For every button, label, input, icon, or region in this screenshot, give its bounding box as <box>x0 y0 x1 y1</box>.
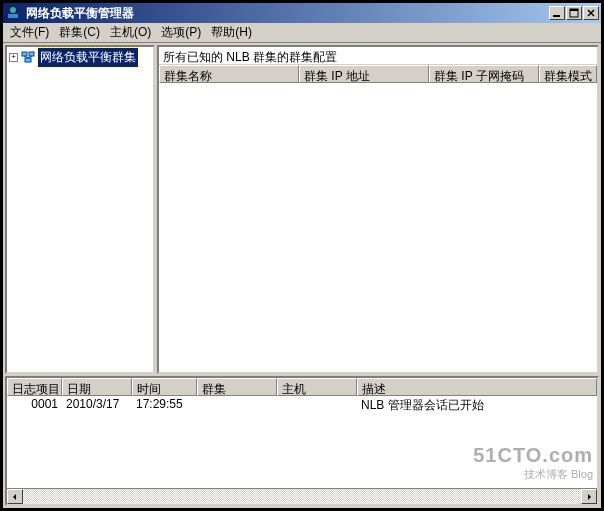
top-panes: + 网络负载平衡群集 所有已知的 NLB 群集的群集配置 群集名称 群集 IP … <box>5 45 599 374</box>
right-pane: 所有已知的 NLB 群集的群集配置 群集名称 群集 IP 地址 群集 IP 子网… <box>157 45 599 374</box>
tree-root-label[interactable]: 网络负载平衡群集 <box>38 48 138 67</box>
log-cell-entry: 0001 <box>7 396 62 415</box>
cluster-list-body[interactable] <box>159 83 597 372</box>
log-pane: 日志项目 日期 时间 群集 主机 描述 0001 2010/3/17 17:29… <box>5 376 599 506</box>
log-cell-date: 2010/3/17 <box>62 396 132 415</box>
cluster-list-header: 群集名称 群集 IP 地址 群集 IP 子网掩码 群集模式 <box>159 65 597 83</box>
col-cluster-mode[interactable]: 群集模式 <box>539 65 597 83</box>
menu-cluster[interactable]: 群集(C) <box>54 22 105 43</box>
svg-rect-4 <box>570 9 578 11</box>
list-caption: 所有已知的 NLB 群集的群集配置 <box>159 47 597 65</box>
menubar: 文件(F) 群集(C) 主机(O) 选项(P) 帮助(H) <box>3 23 601 43</box>
scroll-left-button[interactable] <box>7 489 23 504</box>
log-row[interactable]: 0001 2010/3/17 17:29:55 NLB 管理器会话已开始 <box>7 396 597 415</box>
col-log-cluster[interactable]: 群集 <box>197 378 277 396</box>
maximize-button[interactable] <box>566 6 582 20</box>
log-body[interactable]: 0001 2010/3/17 17:29:55 NLB 管理器会话已开始 <box>7 396 597 488</box>
window-buttons <box>549 6 599 20</box>
log-cell-time: 17:29:55 <box>132 396 197 415</box>
titlebar[interactable]: 网络负载平衡管理器 <box>3 3 601 23</box>
tree-root-node[interactable]: + 网络负载平衡群集 <box>9 49 151 65</box>
col-log-host[interactable]: 主机 <box>277 378 357 396</box>
app-icon <box>5 5 21 21</box>
svg-point-0 <box>10 7 16 13</box>
svg-rect-6 <box>29 52 34 56</box>
menu-options[interactable]: 选项(P) <box>156 22 206 43</box>
content-area: + 网络负载平衡群集 所有已知的 NLB 群集的群集配置 群集名称 群集 IP … <box>3 43 601 508</box>
col-log-entry[interactable]: 日志项目 <box>7 378 62 396</box>
log-cell-cluster <box>197 396 277 415</box>
col-log-date[interactable]: 日期 <box>62 378 132 396</box>
window-title: 网络负载平衡管理器 <box>24 5 549 22</box>
menu-file[interactable]: 文件(F) <box>5 22 54 43</box>
scroll-track[interactable] <box>23 489 581 504</box>
col-log-time[interactable]: 时间 <box>132 378 197 396</box>
col-cluster-ip[interactable]: 群集 IP 地址 <box>299 65 429 83</box>
minimize-button[interactable] <box>549 6 565 20</box>
col-cluster-name[interactable]: 群集名称 <box>159 65 299 83</box>
col-cluster-mask[interactable]: 群集 IP 子网掩码 <box>429 65 539 83</box>
svg-rect-1 <box>8 14 18 18</box>
col-log-desc[interactable]: 描述 <box>357 378 597 396</box>
scroll-right-button[interactable] <box>581 489 597 504</box>
log-cell-host <box>277 396 357 415</box>
close-button[interactable] <box>583 6 599 20</box>
main-window: 网络负载平衡管理器 文件(F) 群集(C) 主机(O) 选项(P) 帮助(H) … <box>0 0 604 511</box>
svg-rect-7 <box>25 58 31 62</box>
menu-host[interactable]: 主机(O) <box>105 22 156 43</box>
menu-help[interactable]: 帮助(H) <box>206 22 257 43</box>
log-header: 日志项目 日期 时间 群集 主机 描述 <box>7 378 597 396</box>
tree-pane[interactable]: + 网络负载平衡群集 <box>5 45 155 374</box>
cluster-icon <box>20 49 36 65</box>
tree-expand-icon[interactable]: + <box>9 53 18 62</box>
log-cell-desc: NLB 管理器会话已开始 <box>357 396 597 415</box>
svg-rect-2 <box>553 15 560 17</box>
svg-rect-5 <box>22 52 27 56</box>
log-hscrollbar[interactable] <box>7 488 597 504</box>
